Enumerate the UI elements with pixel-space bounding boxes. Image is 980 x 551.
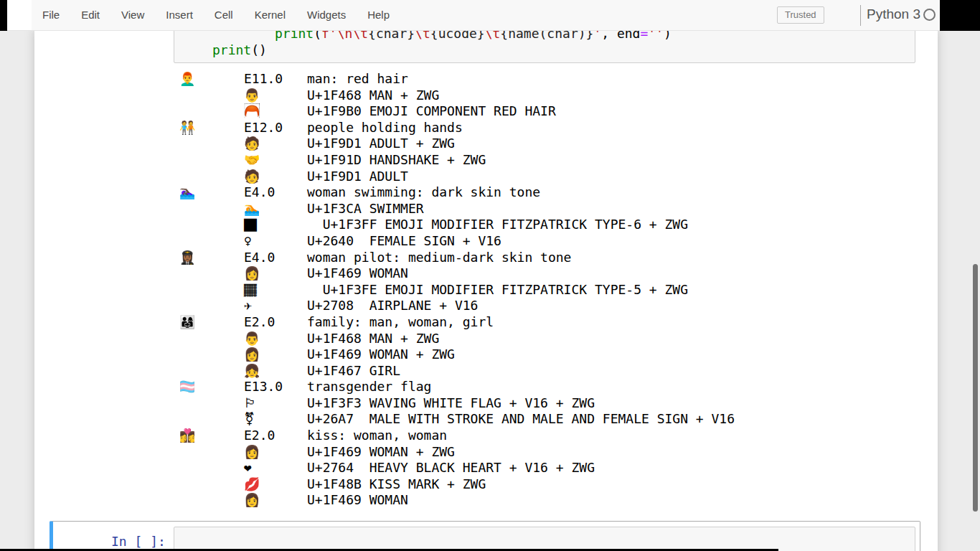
emoji-component-icon: ✈	[244, 298, 307, 314]
code-token: print	[212, 42, 251, 57]
codepoint-text: U+1F3CA SWIMMER	[307, 201, 424, 217]
emoji-component-icon: 👨	[244, 88, 307, 104]
emoji-version: E4.0	[244, 250, 307, 266]
emoji-sequence-icon: 👩🏾‍✈️	[179, 250, 244, 266]
output-row: 👨‍👩‍👧E2.0family: man, woman, girl	[179, 314, 735, 331]
cell-output-area: 👨‍🦰E11.0man: red hair👨U+1F468 MAN + ZWG🦰…	[179, 71, 735, 509]
code-line: print()	[174, 42, 915, 58]
codepoint-text: U+1F3FF EMOJI MODIFIER FITZPATRICK TYPE-…	[307, 217, 688, 233]
emoji-component-icon: 👧	[244, 363, 307, 380]
output-row: 👩U+1F469 WOMAN	[179, 492, 735, 509]
output-row: 👨U+1F468 MAN + ZWG	[179, 331, 735, 347]
codepoint-text: U+1F9B0 EMOJI COMPONENT RED HAIR	[307, 103, 556, 120]
output-row: ♀U+2640 FEMALE SIGN + V16	[179, 233, 735, 250]
spacer	[179, 476, 244, 493]
codepoint-text: U+1F91D HANDSHAKE + ZWG	[307, 152, 486, 169]
codepoint-text: kiss: woman, woman	[307, 428, 447, 444]
code-token: \t	[415, 31, 430, 41]
codepoint-text: U+1F3FE EMOJI MODIFIER FITZPATRICK TYPE-…	[307, 282, 688, 298]
emoji-component-icon: 👩	[244, 444, 307, 461]
notebook-container: print(f'\n\t{char}\t{ucode}\t{name(char)…	[34, 31, 938, 551]
spacer	[179, 444, 244, 461]
codepoint-text: U+1F469 WOMAN + ZWG	[307, 347, 455, 363]
emoji-version: E12.0	[244, 120, 307, 136]
output-row: 🏊U+1F3CA SWIMMER	[179, 201, 735, 217]
emoji-component-icon: 🤝	[244, 152, 307, 169]
codepoint-text: U+1F468 MAN + ZWG	[307, 331, 439, 347]
codepoint-text: U+2708 AIRPLANE + V16	[307, 298, 478, 314]
scrollbar-thumb[interactable]	[973, 264, 978, 512]
code-line: print(f'\n\t{char}\t{ucode}\t{name(char)…	[174, 31, 915, 42]
output-row: 👩🏾‍✈️E4.0woman pilot: medium-dark skin t…	[179, 250, 735, 266]
output-row: 🏳️‍⚧️E13.0transgender flag	[179, 379, 735, 395]
code-token: )	[664, 31, 672, 41]
emoji-component-icon: 🦰	[244, 103, 307, 120]
emoji-component-icon: ❤	[244, 460, 307, 476]
code-token: ()	[251, 42, 267, 57]
codepoint-text: transgender flag	[307, 379, 431, 395]
menu-help[interactable]: Help	[357, 0, 400, 30]
output-row: 👩U+1F469 WOMAN + ZWG	[179, 347, 735, 363]
emoji-sequence-icon: 🏳️‍⚧️	[179, 379, 244, 395]
output-row: 👩‍❤️‍💋‍👩E2.0kiss: woman, woman	[179, 428, 735, 444]
code-token: '	[593, 31, 601, 41]
spacer	[179, 233, 244, 250]
output-row: 🤝U+1F91D HANDSHAKE + ZWG	[179, 152, 735, 169]
emoji-component-icon: 🏿	[244, 217, 307, 233]
output-row: ❤U+2764 HEAVY BLACK HEART + V16 + ZWG	[179, 460, 735, 476]
menu-kernel[interactable]: Kernel	[244, 0, 296, 30]
emoji-sequence-icon: 👨‍👩‍👧	[179, 314, 244, 331]
codepoint-text: U+2640 FEMALE SIGN + V16	[307, 233, 501, 250]
spacer	[179, 460, 244, 476]
codepoint-text: U+1F469 WOMAN + ZWG	[307, 444, 455, 461]
jupyter-notebook-page: File Edit View Insert Cell Kernel Widget…	[0, 0, 980, 551]
codepoint-text: U+1F9D1 ADULT + ZWG	[307, 136, 455, 152]
code-token: ''	[648, 31, 664, 41]
codepoint-text: woman pilot: medium-dark skin tone	[307, 250, 571, 266]
emoji-sequence-icon: 🧑‍🤝‍🧑	[179, 120, 244, 136]
output-row: 🏿 U+1F3FF EMOJI MODIFIER FITZPATRICK TYP…	[179, 217, 735, 233]
output-row: 🧑U+1F9D1 ADULT	[179, 169, 735, 185]
codepoint-text: U+1F469 WOMAN	[307, 492, 408, 509]
menu-file[interactable]: File	[32, 0, 70, 30]
output-row: 🧑U+1F9D1 ADULT + ZWG	[179, 136, 735, 152]
menu-insert[interactable]: Insert	[155, 0, 204, 30]
cell-input-prompt: In [ ]:	[111, 534, 166, 550]
spacer	[179, 331, 244, 347]
spacer	[179, 169, 244, 185]
codepoint-text: U+2764 HEAVY BLACK HEART + V16 + ZWG	[307, 460, 595, 476]
spacer	[179, 152, 244, 169]
emoji-component-icon: 🏾	[244, 282, 307, 298]
output-row: 👨U+1F468 MAN + ZWG	[179, 88, 735, 104]
code-cell-editor[interactable]: print(f'\n\t{char}\t{ucode}\t{name(char)…	[174, 31, 915, 63]
emoji-component-icon: 🏊	[244, 201, 307, 217]
spacer	[179, 411, 244, 428]
menu-widgets[interactable]: Widgets	[296, 0, 357, 30]
spacer	[179, 492, 244, 509]
code-token: \t	[485, 31, 501, 41]
emoji-component-icon: 🧑	[244, 169, 307, 185]
spacer	[179, 298, 244, 314]
menu-view[interactable]: View	[110, 0, 155, 30]
output-row: 💋U+1F48B KISS MARK + ZWG	[179, 476, 735, 493]
emoji-version: E4.0	[244, 184, 307, 201]
codepoint-text: U+1F468 MAN + ZWG	[307, 88, 439, 104]
codepoint-text: U+1F469 WOMAN	[307, 265, 408, 282]
emoji-component-icon: 👩	[244, 265, 307, 282]
emoji-version: E2.0	[244, 428, 307, 444]
codepoint-text: family: man, woman, girl	[307, 314, 494, 331]
empty-code-cell[interactable]: In [ ]:	[50, 521, 920, 551]
trusted-badge[interactable]: Trusted	[777, 6, 824, 24]
spacer	[179, 88, 244, 104]
emoji-component-icon: ♀	[244, 233, 307, 250]
output-row: 👩U+1F469 WOMAN	[179, 265, 735, 282]
code-token: print	[275, 31, 314, 41]
codepoint-text: man: red hair	[307, 71, 408, 88]
emoji-component-icon: 👩	[244, 347, 307, 363]
empty-cell-editor[interactable]	[174, 527, 915, 551]
code-token: \n\t	[337, 31, 368, 41]
emoji-component-icon: 👨	[244, 331, 307, 347]
menu-cell[interactable]: Cell	[204, 0, 244, 30]
codepoint-text: woman swimming: dark skin tone	[307, 184, 540, 201]
menu-edit[interactable]: Edit	[70, 0, 110, 30]
